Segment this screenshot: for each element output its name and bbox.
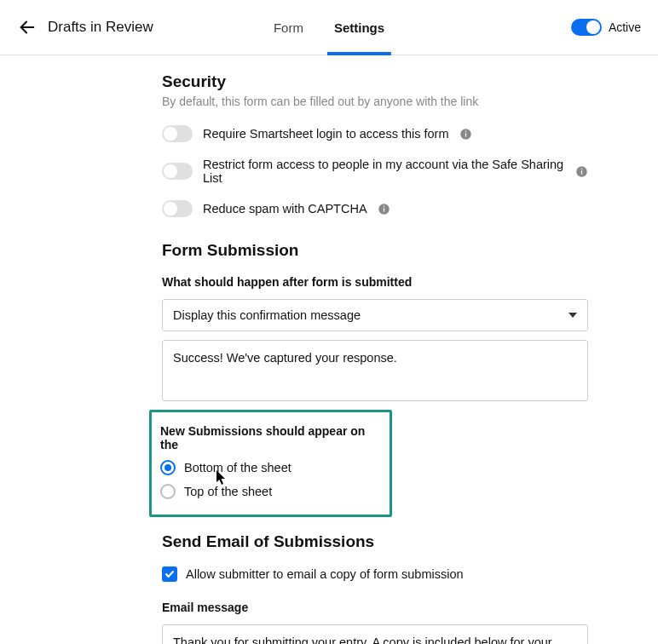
radio-icon xyxy=(160,460,176,475)
position-label: New Submissions should appear on the xyxy=(160,424,381,451)
email-heading: Send Email of Submissions xyxy=(162,532,588,551)
back-button[interactable] xyxy=(17,17,38,37)
tab-form[interactable]: Form xyxy=(270,0,307,55)
restrict-access-toggle[interactable] xyxy=(162,163,193,180)
svg-rect-9 xyxy=(384,205,384,206)
tab-settings[interactable]: Settings xyxy=(331,0,388,55)
svg-marker-10 xyxy=(569,313,577,318)
info-icon[interactable] xyxy=(459,127,473,141)
radio-icon xyxy=(160,484,176,499)
chevron-down-icon xyxy=(569,308,577,322)
arrow-left-icon xyxy=(18,18,37,37)
radio-bottom[interactable]: Bottom of the sheet xyxy=(160,460,381,475)
email-message-link[interactable]: A copy is included xyxy=(372,635,470,644)
require-login-label: Require Smartsheet login to access this … xyxy=(203,127,449,141)
svg-rect-8 xyxy=(384,208,384,211)
allow-email-label: Allow submitter to email a copy of form … xyxy=(186,567,464,581)
email-message-pre: Thank you for submitting your entry. xyxy=(173,635,372,644)
radio-bottom-label: Bottom of the sheet xyxy=(184,461,291,474)
restrict-access-label: Restrict form access to people in my acc… xyxy=(203,158,565,185)
security-subtitle: By default, this form can be filled out … xyxy=(162,95,588,108)
svg-rect-3 xyxy=(465,130,466,131)
security-heading: Security xyxy=(162,72,588,91)
confirmation-message-input[interactable]: Success! We've captured your response. xyxy=(162,340,588,401)
after-submit-label: What should happen after form is submitt… xyxy=(162,275,588,289)
confirmation-message-value: Success! We've captured your response. xyxy=(173,351,397,365)
check-icon xyxy=(164,569,175,579)
info-icon[interactable] xyxy=(575,164,588,178)
submission-position-group: New Submissions should appear on the Bot… xyxy=(149,410,392,517)
captcha-toggle[interactable] xyxy=(162,200,193,217)
radio-top[interactable]: Top of the sheet xyxy=(160,484,381,499)
email-message-label: Email message xyxy=(162,601,588,614)
svg-rect-5 xyxy=(581,170,582,174)
submission-heading: Form Submission xyxy=(162,241,588,260)
captcha-label: Reduce spam with CAPTCHA xyxy=(203,202,367,216)
info-icon[interactable] xyxy=(378,202,391,216)
email-message-input[interactable]: Thank you for submitting your entry. A c… xyxy=(162,624,588,644)
active-toggle[interactable] xyxy=(571,19,602,36)
page-title: Drafts in Review xyxy=(48,19,153,36)
svg-rect-6 xyxy=(581,168,582,169)
require-login-toggle[interactable] xyxy=(162,125,193,142)
radio-top-label: Top of the sheet xyxy=(184,485,272,498)
active-toggle-label: Active xyxy=(609,20,641,34)
svg-rect-2 xyxy=(465,133,466,136)
allow-email-checkbox[interactable] xyxy=(162,566,177,582)
confirmation-select[interactable]: Display this confirmation message xyxy=(162,299,588,331)
confirmation-select-value: Display this confirmation message xyxy=(173,308,361,322)
